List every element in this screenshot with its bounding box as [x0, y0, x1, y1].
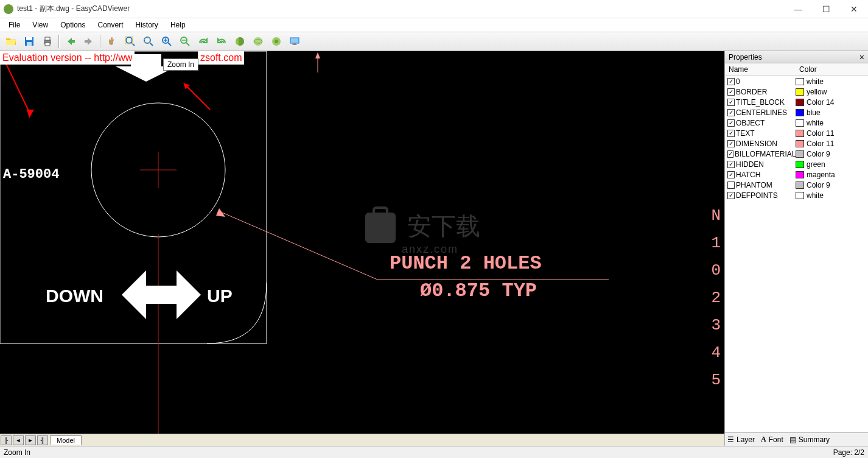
open-button[interactable]: [2, 33, 19, 49]
layer-row[interactable]: TEXTColor 11: [725, 128, 868, 138]
menu-view[interactable]: View: [26, 19, 54, 30]
layers-icon: ☰: [727, 435, 734, 444]
last-sheet-button[interactable]: ╢: [37, 435, 48, 445]
svg-rect-11: [145, 38, 150, 43]
cad-label-down: DOWN: [46, 286, 103, 306]
watermark-sub: anxz.com: [402, 243, 480, 256]
menu-help[interactable]: Help: [164, 19, 192, 30]
ptab-summary[interactable]: ▤Summary: [789, 435, 830, 444]
layer-checkbox[interactable]: [727, 171, 735, 178]
layer-checkbox[interactable]: [727, 161, 735, 168]
save-button[interactable]: [21, 33, 38, 49]
ptab-font[interactable]: AFont: [761, 435, 783, 444]
layer-row[interactable]: BILLOFMATERIALColor 9: [725, 149, 868, 159]
layer-checkbox[interactable]: [727, 109, 735, 116]
monitor-button[interactable]: [286, 33, 303, 49]
prev-sheet-button[interactable]: ◄: [13, 435, 24, 445]
summary-icon: ▤: [789, 435, 796, 444]
layer-row[interactable]: OBJECTwhite: [725, 118, 868, 128]
tooltip: Zoom In: [163, 58, 198, 71]
close-button[interactable]: ✕: [840, 0, 868, 18]
sidenum-4: 4: [711, 344, 721, 362]
layer-row[interactable]: DIMENSIONColor 11: [725, 138, 868, 149]
layer-row[interactable]: 0white: [725, 76, 868, 86]
layer-row[interactable]: TITLE_BLOCKColor 14: [725, 97, 868, 107]
redo-button[interactable]: [195, 33, 212, 49]
globe1-button[interactable]: [231, 33, 248, 49]
layer-row[interactable]: CENTERLINESblue: [725, 107, 868, 118]
color-swatch-icon: [796, 181, 804, 189]
color-name: Color 11: [807, 139, 834, 148]
layer-name: HIDDEN: [736, 160, 764, 169]
zoom-fit-button[interactable]: [122, 33, 139, 49]
font-icon: A: [761, 435, 766, 444]
zoom-out-button[interactable]: [177, 33, 194, 49]
svg-rect-5: [45, 43, 50, 46]
status-left: Zoom In: [4, 448, 30, 457]
properties-panel: Properties × Name Color 0whiteBORDERyell…: [724, 51, 868, 446]
menu-history[interactable]: History: [130, 19, 164, 30]
properties-close-icon[interactable]: ×: [859, 52, 864, 62]
svg-marker-38: [315, 52, 320, 58]
next-sheet-button[interactable]: ►: [25, 435, 36, 445]
svg-rect-26: [292, 44, 297, 45]
minimize-button[interactable]: —: [784, 0, 812, 18]
svg-line-13: [168, 43, 171, 46]
layer-name: PHANTOM: [736, 181, 772, 189]
layer-checkbox[interactable]: [727, 119, 735, 127]
drawing-canvas[interactable]: Evaluation version -- http://ww zsoft.co…: [0, 51, 724, 434]
sidenum-2: 2: [711, 289, 721, 307]
cad-punch2: Ø0.875 TYP: [420, 280, 537, 302]
layer-checkbox[interactable]: [727, 88, 735, 96]
ptab-layer[interactable]: ☰Layer: [727, 435, 755, 444]
zoom-window-button[interactable]: [140, 33, 157, 49]
svg-rect-2: [27, 42, 32, 46]
color-swatch-icon: [796, 130, 804, 137]
layer-checkbox[interactable]: [727, 150, 733, 158]
layer-row[interactable]: PHANTOMColor 9: [725, 180, 868, 190]
layer-checkbox[interactable]: [727, 140, 735, 147]
back-button[interactable]: [62, 33, 79, 49]
window-controls: — ☐ ✕: [784, 0, 868, 18]
cad-label-up: UP: [207, 286, 233, 306]
layer-checkbox[interactable]: [727, 192, 735, 199]
layer-row[interactable]: HATCHmagenta: [725, 169, 868, 180]
properties-body: Name Color 0whiteBORDERyellowTITLE_BLOCK…: [725, 63, 868, 432]
color-swatch-icon: [796, 119, 804, 127]
layer-checkbox[interactable]: [727, 130, 735, 137]
globe3-button[interactable]: [268, 33, 285, 49]
menu-options[interactable]: Options: [54, 19, 91, 30]
layer-checkbox[interactable]: [727, 99, 735, 106]
layer-row[interactable]: DEFPOINTSwhite: [725, 190, 868, 200]
color-name: Color 11: [807, 129, 834, 138]
forward-button[interactable]: [80, 33, 97, 49]
layer-checkbox[interactable]: [727, 78, 735, 85]
titlebar: test1 - 副本.dwg - EasyCADViewer — ☐ ✕: [0, 0, 868, 18]
col-name[interactable]: Name: [725, 63, 796, 76]
layer-row[interactable]: BORDERyellow: [725, 86, 868, 97]
layer-checkbox[interactable]: [727, 181, 735, 189]
menu-convert[interactable]: Convert: [92, 19, 130, 30]
print-button[interactable]: [39, 33, 56, 49]
svg-point-20: [254, 37, 262, 46]
cad-label-a: A-59004: [3, 167, 59, 182]
layer-row[interactable]: HIDDENgreen: [725, 159, 868, 169]
sheet-tabs: ╟ ◄ ► ╢ Model: [0, 434, 724, 446]
watermark: 安下载 anxz.com: [365, 210, 480, 256]
undo-button[interactable]: [213, 33, 230, 49]
col-color[interactable]: Color: [796, 63, 821, 76]
menu-file[interactable]: File: [2, 19, 26, 30]
properties-header: Properties ×: [725, 51, 868, 63]
color-name: white: [807, 119, 824, 127]
zoom-in-button[interactable]: [158, 33, 175, 49]
first-sheet-button[interactable]: ╟: [1, 435, 12, 445]
canvas-wrap: Evaluation version -- http://ww zsoft.co…: [0, 51, 724, 446]
pan-button[interactable]: [103, 33, 121, 49]
layer-name: DIMENSION: [736, 139, 777, 148]
svg-line-10: [150, 43, 153, 46]
model-tab[interactable]: Model: [50, 435, 82, 445]
maximize-button[interactable]: ☐: [812, 0, 840, 18]
color-name: blue: [807, 108, 821, 117]
main-area: Evaluation version -- http://ww zsoft.co…: [0, 51, 868, 446]
globe2-button[interactable]: [250, 33, 267, 49]
